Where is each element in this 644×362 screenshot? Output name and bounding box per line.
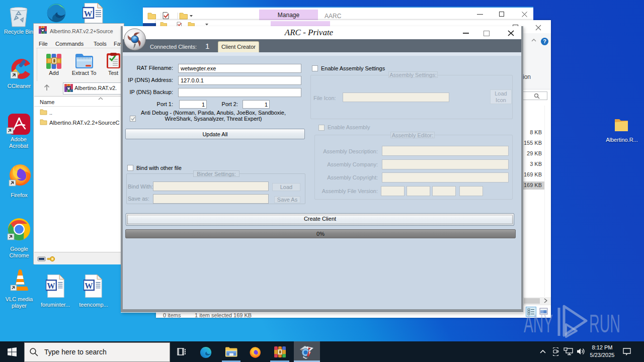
svg-text:ANY: ANY xyxy=(524,310,553,338)
svg-text:W: W xyxy=(85,281,93,291)
svg-text:RUN: RUN xyxy=(589,310,620,338)
svg-text:W: W xyxy=(84,9,93,19)
svg-text:W: W xyxy=(47,281,55,291)
